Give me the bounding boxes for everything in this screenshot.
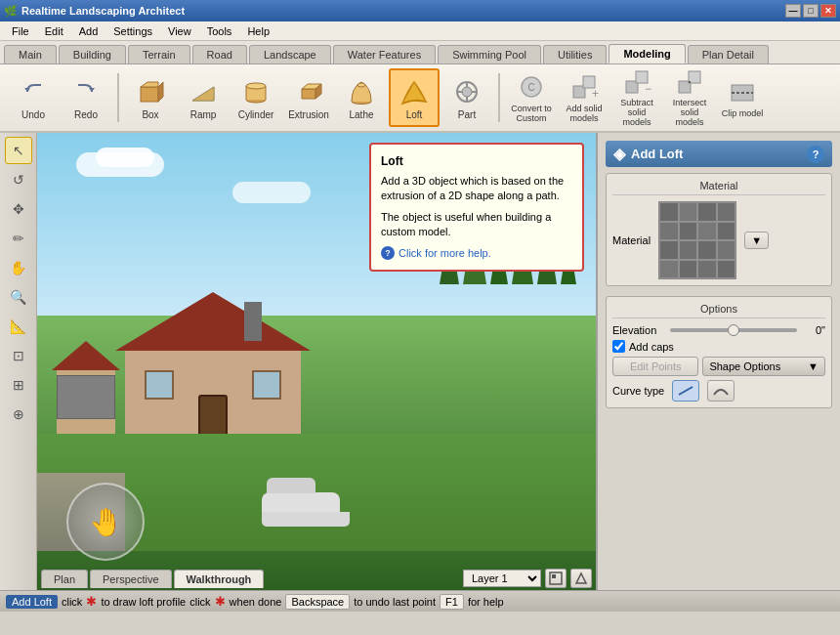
compass[interactable]: 🤚 <box>66 483 145 561</box>
separator-1 <box>117 73 119 122</box>
cylinder-label: Cylinder <box>238 109 274 120</box>
left-select-tool[interactable]: ↖ <box>5 137 32 164</box>
cylinder-button[interactable]: Cylinder <box>231 68 281 127</box>
shape-options-button[interactable]: Shape Options ▼ <box>702 357 825 376</box>
svg-marker-2 <box>158 82 163 102</box>
menu-view[interactable]: View <box>160 23 199 39</box>
menu-tools[interactable]: Tools <box>199 23 240 39</box>
menubar: File Edit Add Settings View Tools Help <box>0 21 840 41</box>
intersect-solid-icon <box>674 67 705 97</box>
tab-plan-detail[interactable]: Plan Detail <box>688 45 769 64</box>
left-area-zoom-tool[interactable]: ⊡ <box>5 342 32 369</box>
compass-circle[interactable]: 🤚 <box>66 483 145 561</box>
tab-swimming-pool[interactable]: Swimming Pool <box>438 45 541 64</box>
left-magnet-tool[interactable]: ⊕ <box>5 401 32 428</box>
clip-model-button[interactable]: Clip model <box>717 68 768 127</box>
convert-icon: C <box>516 71 547 103</box>
part-icon <box>451 76 483 107</box>
loft-icon <box>399 76 430 107</box>
tab-building[interactable]: Building <box>59 45 126 64</box>
panel-title-bar: ◈ Add Loft ? <box>606 141 832 167</box>
subtract-solid-button[interactable]: − Subtract solid models <box>611 68 662 127</box>
undo-button[interactable]: Undo <box>8 68 59 127</box>
house <box>125 351 301 439</box>
lathe-label: Lathe <box>349 109 373 120</box>
options-section-title: Options <box>612 303 825 318</box>
convert-button[interactable]: C Convert to Custom <box>506 68 557 127</box>
menu-add[interactable]: Add <box>71 23 106 39</box>
tab-main[interactable]: Main <box>4 45 57 64</box>
panel-help-button[interactable]: ? <box>807 146 824 163</box>
tab-terrain[interactable]: Terrain <box>128 45 190 64</box>
left-zoom-tool[interactable]: 🔍 <box>5 283 32 311</box>
ramp-icon <box>188 76 219 107</box>
tab-modeling[interactable]: Modeling <box>609 44 685 64</box>
part-button[interactable]: Part <box>441 68 492 127</box>
minimize-button[interactable]: — <box>785 4 801 18</box>
left-grid-tool[interactable]: ⊞ <box>5 371 32 399</box>
tab-water-features[interactable]: Water Features <box>333 45 436 64</box>
loft-label: Loft <box>406 109 423 120</box>
left-draw-tool[interactable]: ✏ <box>5 225 32 252</box>
left-measure-tool[interactable]: 📐 <box>5 313 32 340</box>
menu-help[interactable]: Help <box>239 23 277 39</box>
left-rotate-tool[interactable]: ↺ <box>5 166 32 193</box>
loft-button[interactable]: Loft <box>389 68 440 127</box>
add-solid-button[interactable]: + Add solid models <box>559 68 609 127</box>
status-cursor-icon-2: ✱ <box>215 594 226 609</box>
extrusion-button[interactable]: Extrusion <box>283 68 334 127</box>
edit-points-button[interactable]: Edit Points <box>612 357 698 376</box>
redo-icon <box>70 76 102 107</box>
tooltip-title: Loft <box>381 154 572 168</box>
svg-marker-10 <box>302 89 315 99</box>
layer-btn-1[interactable] <box>545 569 567 588</box>
loft-panel-icon: ◈ <box>613 145 625 163</box>
add-caps-checkbox[interactable] <box>612 340 625 353</box>
status-backspace-text: to undo last point <box>354 596 436 608</box>
status-instruction-1: to draw loft profile <box>101 596 186 608</box>
svg-marker-36 <box>576 573 586 583</box>
redo-button[interactable]: Redo <box>61 68 111 127</box>
options-section: Options Elevation 0" Add caps Edit Point… <box>606 296 832 408</box>
menu-settings[interactable]: Settings <box>105 23 160 39</box>
left-pan-tool[interactable]: ✥ <box>5 195 32 223</box>
tooltip-help-link[interactable]: ? Click for more help. <box>381 246 572 260</box>
menu-file[interactable]: File <box>4 23 37 39</box>
status-click-2: click <box>189 596 210 608</box>
viewport[interactable]: 🤚 Loft Add a 3D object which is based on… <box>37 133 596 590</box>
tab-plan[interactable]: Plan <box>41 570 88 588</box>
elevation-slider-thumb[interactable] <box>728 324 739 336</box>
ramp-button[interactable]: Ramp <box>178 68 229 127</box>
material-section-title: Material <box>612 180 825 195</box>
layer-btn-2[interactable] <box>570 569 592 588</box>
elevation-slider[interactable] <box>670 328 797 332</box>
tooltip-desc-2: The object is useful when building a cus… <box>381 210 572 240</box>
menu-edit[interactable]: Edit <box>37 23 71 39</box>
redo-label: Redo <box>74 109 98 120</box>
separator-2 <box>498 73 500 122</box>
box-label: Box <box>142 109 158 120</box>
curve-type-btn-1[interactable] <box>672 380 699 402</box>
intersect-solid-button[interactable]: Intersect solid models <box>664 68 715 127</box>
svg-text:C: C <box>527 82 534 93</box>
tab-landscape[interactable]: Landscape <box>249 45 331 64</box>
add-caps-row: Add caps <box>612 340 825 353</box>
lathe-button[interactable]: Lathe <box>336 68 387 127</box>
tab-road[interactable]: Road <box>192 45 247 64</box>
tab-perspective[interactable]: Perspective <box>90 570 171 588</box>
svg-rect-35 <box>552 574 556 578</box>
material-dropdown-button[interactable]: ▼ <box>744 232 769 249</box>
material-preview[interactable] <box>658 201 736 279</box>
maximize-button[interactable]: □ <box>803 4 819 18</box>
box-button[interactable]: Box <box>125 68 176 127</box>
tab-utilities[interactable]: Utilities <box>543 45 607 64</box>
close-button[interactable]: ✕ <box>820 4 836 18</box>
curve-type-btn-2[interactable] <box>707 380 735 402</box>
left-hand-tool[interactable]: ✋ <box>5 254 32 281</box>
elevation-row: Elevation 0" <box>612 324 825 336</box>
tab-walkthrough[interactable]: Walkthrough <box>174 570 265 588</box>
add-solid-label: Add solid models <box>560 105 609 124</box>
layer-select[interactable]: Layer 1 <box>463 570 541 587</box>
status-backspace-key: Backspace <box>285 594 350 610</box>
subtract-solid-label: Subtract solid models <box>612 99 661 128</box>
